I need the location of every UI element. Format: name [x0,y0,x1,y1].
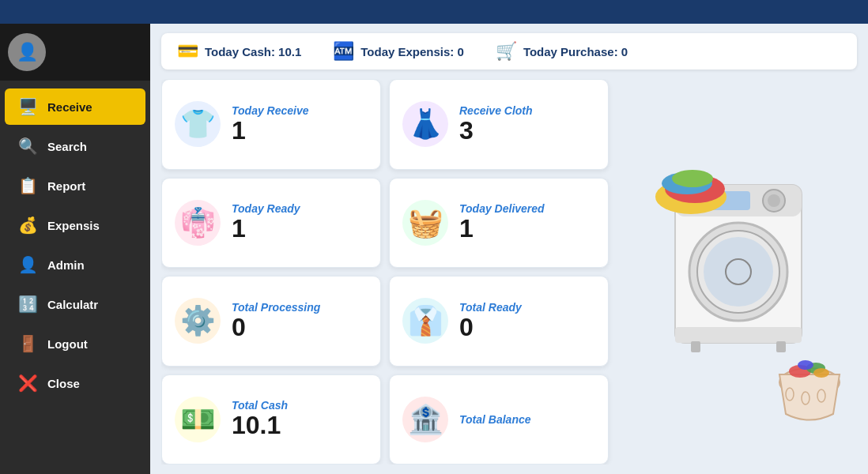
receive-icon: 🖥️ [17,97,38,116]
today-purchase-label: Today Purchase: 0 [523,45,628,58]
svg-point-15 [798,360,813,370]
today-receive-label: Today Receive [232,104,309,117]
search-icon: 🔍 [17,137,38,156]
sidebar-item-close[interactable]: ❌Close [5,365,145,401]
stat-today-expensis: 🏧Today Expensis: 0 [333,41,464,62]
receive-cloth-value: 3 [459,117,533,145]
cards-and-image: 👕Today Receive1👗Receive Cloth3👘Today Rea… [161,79,857,465]
sidebar-item-logout[interactable]: 🚪Logout [5,325,145,362]
card-today-receive[interactable]: 👕Today Receive1 [161,79,381,170]
receive-cloth-icon: 👗 [402,101,448,147]
card-total-ready[interactable]: 👔Total Ready0 [389,276,609,367]
stat-today-purchase: 🛒Today Purchase: 0 [496,41,628,62]
card-today-delivered[interactable]: 🧺Today Delivered1 [389,178,609,269]
stats-bar: 💳Today Cash: 10.1🏧Today Expensis: 0🛒Toda… [161,33,857,70]
main-content: 💳Today Cash: 10.1🏧Today Expensis: 0🛒Toda… [150,24,868,474]
today-delivered-label: Today Delivered [459,202,545,215]
total-ready-icon: 👔 [402,298,448,344]
today-delivered-icon: 🧺 [402,200,448,246]
today-delivered-value: 1 [459,215,545,243]
sidebar-item-label: Receive [47,100,92,114]
today-ready-value: 1 [232,215,300,243]
report-icon: 📋 [17,176,38,195]
total-cash-icon: 💵 [175,397,221,442]
today-receive-value: 1 [232,117,309,145]
card-total-processing[interactable]: ⚙️Total Processing0 [161,276,381,367]
app-header [0,0,868,24]
sidebar-nav: 🖥️Receive🔍Search📋Report💰Expensis👤Admin🔢C… [0,81,150,474]
sidebar-item-label: Search [47,140,87,153]
today-cash-label: Today Cash: 10.1 [205,45,301,58]
stat-today-cash: 💳Today Cash: 10.1 [177,41,301,62]
today-expensis-icon: 🏧 [333,41,354,62]
total-cash-value: 10.1 [232,412,288,439]
close-icon: ❌ [17,374,38,393]
washer-illustration [628,122,849,422]
sidebar-item-label: Report [47,179,85,193]
sidebar-item-calculatr[interactable]: 🔢Calculatr [5,286,145,322]
total-ready-label: Total Ready [459,301,522,314]
today-ready-label: Today Ready [232,202,300,215]
card-total-balance[interactable]: 🏦Total Balance [389,374,609,465]
today-receive-icon: 👕 [175,101,221,147]
total-balance-label: Total Balance [459,413,531,426]
svg-rect-10 [691,341,700,352]
sidebar-item-report[interactable]: 📋Report [5,167,145,204]
today-ready-icon: 👘 [175,200,221,246]
sidebar-item-label: Expensis [47,219,100,232]
sidebar-item-label: Calculatr [47,298,98,311]
svg-rect-9 [675,327,802,343]
total-processing-value: 0 [232,314,320,341]
image-area [620,79,857,465]
total-processing-label: Total Processing [232,301,320,314]
total-balance-icon: 🏦 [402,397,448,442]
total-ready-value: 0 [459,314,522,341]
svg-point-16 [813,368,829,378]
sidebar-item-label: Close [47,377,80,390]
sidebar: 👤 🖥️Receive🔍Search📋Report💰Expensis👤Admin… [0,24,150,474]
calculatr-icon: 🔢 [17,295,38,314]
logout-icon: 🚪 [17,334,38,353]
sidebar-profile: 👤 [0,24,150,81]
receive-cloth-label: Receive Cloth [459,104,533,117]
total-processing-icon: ⚙️ [175,298,221,344]
svg-point-7 [768,194,780,207]
card-today-ready[interactable]: 👘Today Ready1 [161,178,381,269]
cards-grid: 👕Today Receive1👗Receive Cloth3👘Today Rea… [161,79,609,465]
today-purchase-icon: 🛒 [496,41,517,62]
today-expensis-label: Today Expensis: 0 [360,45,464,58]
today-cash-icon: 💳 [177,41,198,62]
svg-point-3 [704,237,773,307]
card-receive-cloth[interactable]: 👗Receive Cloth3 [389,79,609,170]
sidebar-item-search[interactable]: 🔍Search [5,128,145,164]
card-total-cash[interactable]: 💵Total Cash10.1 [161,374,381,465]
sidebar-item-receive[interactable]: 🖥️Receive [5,88,145,125]
admin-icon: 👤 [17,255,38,274]
sidebar-item-admin[interactable]: 👤Admin [5,246,145,283]
sidebar-item-label: Logout [47,337,88,351]
sidebar-item-expensis[interactable]: 💰Expensis [5,207,145,243]
expensis-icon: 💰 [17,216,38,235]
avatar: 👤 [8,33,46,71]
svg-rect-11 [776,341,786,352]
svg-point-23 [672,170,713,187]
total-cash-label: Total Cash [232,399,288,412]
sidebar-item-label: Admin [47,258,85,272]
